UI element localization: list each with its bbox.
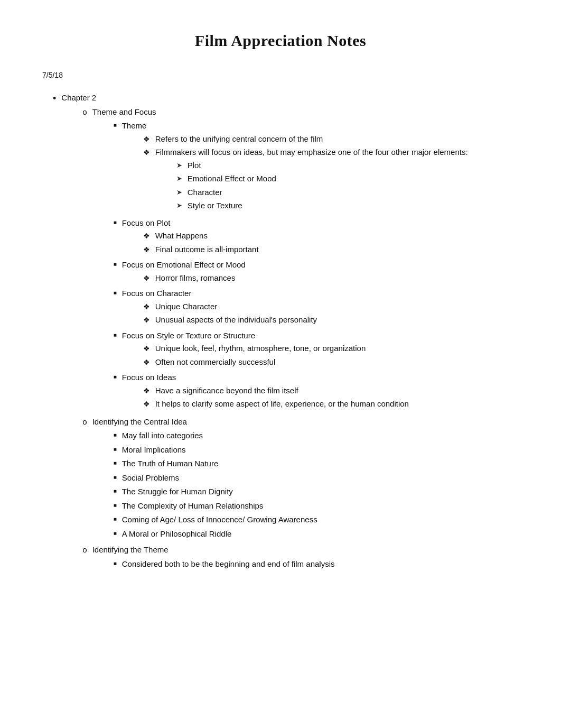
bullet-marker: o	[82, 544, 87, 556]
item-text: Horror films, romances	[155, 272, 519, 284]
list-item: ❖Refers to the unifying central concern …	[143, 133, 519, 145]
list-item: ❖Filmmakers will focus on ideas, but may…	[143, 146, 519, 214]
list-item: ■A Moral or Philosophical Riddle	[114, 528, 519, 540]
list-item: ■Coming of Age/ Loss of Innocence/ Growi…	[114, 514, 519, 526]
bullet-marker: ❖	[143, 399, 150, 410]
page-title: Film Appreciation Notes	[42, 32, 519, 50]
list-item: ➤Emotional Effect or Mood	[176, 173, 519, 185]
item-text: Focus on Plot❖What Happens❖Final outcome…	[122, 217, 519, 257]
item-text: The Complexity of Human Relationships	[122, 500, 519, 512]
list-item: oIdentifying the Central Idea■May fall i…	[82, 416, 519, 542]
item-text: Theme❖Refers to the unifying central con…	[122, 120, 519, 215]
list-item: ➤Character	[176, 187, 519, 199]
list-item: ➤Style or Texture	[176, 200, 519, 212]
item-text: May fall into categories	[122, 430, 519, 442]
list-item: ■Focus on Emotional Effect or Mood❖Horro…	[114, 259, 519, 285]
list-item: ■The Truth of Human Nature	[114, 458, 519, 470]
bullet-marker: ❖	[143, 385, 150, 397]
item-text: The Struggle for Human Dignity	[122, 486, 519, 498]
list-item: •Chapter 2oTheme and Focus■Theme❖Refers …	[53, 92, 519, 574]
list-item: ➤Plot	[176, 160, 519, 172]
item-text: Theme and Focus■Theme❖Refers to the unif…	[92, 106, 519, 414]
item-text: It helps to clarify some aspect of life,…	[155, 398, 519, 410]
item-text: A Moral or Philosophical Riddle	[122, 528, 519, 540]
list-item: ❖Have a significance beyond the film its…	[143, 385, 519, 397]
bullet-marker: ➤	[176, 187, 182, 198]
item-text: Emotional Effect or Mood	[188, 173, 519, 185]
item-text: The Truth of Human Nature	[122, 458, 519, 470]
bullet-marker: ❖	[143, 315, 150, 326]
list-item: ❖Often not commercially successful	[143, 356, 519, 368]
list-item: ❖Unique Character	[143, 301, 519, 313]
item-text: Final outcome is all-important	[155, 244, 519, 256]
item-text: Have a significance beyond the film itse…	[155, 385, 519, 397]
bullet-marker: ❖	[143, 244, 150, 255]
bullet-marker: ❖	[143, 343, 150, 354]
item-text: Focus on Emotional Effect or Mood❖Horror…	[122, 259, 519, 285]
bullet-marker: ■	[114, 559, 117, 568]
bullet-marker: ■	[114, 121, 117, 130]
item-text: Focus on Ideas❖Have a significance beyon…	[122, 372, 519, 412]
list-item: ❖Unique look, feel, rhythm, atmosphere, …	[143, 343, 519, 355]
bullet-marker: ■	[114, 289, 117, 297]
item-text: Character	[188, 187, 519, 199]
list-item: ■The Struggle for Human Dignity	[114, 486, 519, 498]
list-item: ■Moral Implications	[114, 444, 519, 456]
list-item: ■The Complexity of Human Relationships	[114, 500, 519, 512]
item-text: Unique look, feel, rhythm, atmosphere, t…	[155, 343, 519, 355]
bullet-marker: ❖	[143, 134, 150, 145]
bullet-marker: ➤	[176, 173, 182, 184]
item-text: Considered both to be the beginning and …	[122, 558, 519, 570]
bullet-marker: ➤	[176, 200, 182, 211]
list-item: ■Focus on Ideas❖Have a significance beyo…	[114, 372, 519, 412]
item-text: Plot	[188, 160, 519, 172]
bullet-marker: ■	[114, 445, 117, 454]
bullet-marker: ■	[114, 529, 117, 538]
bullet-marker: ❖	[143, 147, 150, 158]
item-text: Chapter 2oTheme and Focus■Theme❖Refers t…	[61, 92, 519, 574]
bullet-marker: o	[82, 106, 87, 118]
bullet-marker: ❖	[143, 273, 150, 284]
item-text: Focus on Style or Texture or Structure❖U…	[122, 330, 519, 370]
list-item: ❖What Happens	[143, 230, 519, 242]
bullet-marker: ■	[114, 459, 117, 467]
bullet-marker: •	[53, 93, 56, 105]
bullet-marker: ❖	[143, 301, 150, 312]
bullet-marker: ■	[114, 487, 117, 495]
bullet-marker: ■	[114, 473, 117, 482]
list-item: ■Focus on Style or Texture or Structure❖…	[114, 330, 519, 370]
list-item: oTheme and Focus■Theme❖Refers to the uni…	[82, 106, 519, 414]
list-item: ❖Unusual aspects of the individual's per…	[143, 314, 519, 326]
list-item: ■Theme❖Refers to the unifying central co…	[114, 120, 519, 215]
bullet-marker: ■	[114, 431, 117, 439]
item-text: Style or Texture	[188, 200, 519, 212]
list-item: ❖It helps to clarify some aspect of life…	[143, 398, 519, 410]
list-item: ❖Horror films, romances	[143, 272, 519, 284]
item-text: Unusual aspects of the individual's pers…	[155, 314, 519, 326]
bullet-marker: o	[82, 416, 87, 428]
item-text: Filmmakers will focus on ideas, but may …	[155, 146, 519, 214]
list-item: ■May fall into categories	[114, 430, 519, 442]
list-item: ■Focus on Character❖Unique Character❖Unu…	[114, 288, 519, 328]
item-text: Social Problems	[122, 472, 519, 484]
bullet-marker: ❖	[143, 231, 150, 242]
item-text: Coming of Age/ Loss of Innocence/ Growin…	[122, 514, 519, 526]
item-text: Identifying the Central Idea■May fall in…	[92, 416, 519, 542]
list-item: ■Considered both to be the beginning and…	[114, 558, 519, 570]
item-text: Moral Implications	[122, 444, 519, 456]
bullet-marker: ■	[114, 501, 117, 510]
list-item: oIdentifying the Theme■Considered both t…	[82, 544, 519, 572]
item-text: What Happens	[155, 230, 519, 242]
bullet-marker: ■	[114, 373, 117, 381]
bullet-marker: ■	[114, 331, 117, 339]
list-item: ❖Final outcome is all-important	[143, 244, 519, 256]
item-text: Often not commercially successful	[155, 356, 519, 368]
item-text: Unique Character	[155, 301, 519, 313]
item-text: Identifying the Theme■Considered both to…	[92, 544, 519, 572]
list-item: ■Focus on Plot❖What Happens❖Final outcom…	[114, 217, 519, 257]
item-text: Focus on Character❖Unique Character❖Unus…	[122, 288, 519, 328]
bullet-marker: ■	[114, 218, 117, 227]
list-item: ■Social Problems	[114, 472, 519, 484]
bullet-marker: ❖	[143, 357, 150, 368]
date: 7/5/18	[42, 71, 519, 79]
